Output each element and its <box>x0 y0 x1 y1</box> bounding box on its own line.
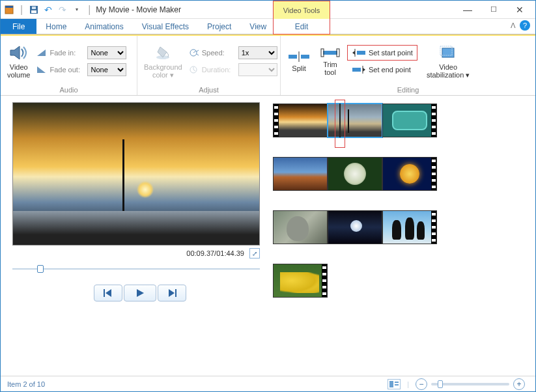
title-bar: | ↶ ↷ ▾ | My Movie - Movie Maker Video T… <box>1 1 535 19</box>
fade-out-label: Fade out: <box>49 66 85 74</box>
fade-out-select[interactable]: None <box>87 63 126 76</box>
clip[interactable] <box>273 104 328 137</box>
tab-view[interactable]: View <box>240 19 275 34</box>
prev-frame-button[interactable] <box>94 285 122 301</box>
clip[interactable] <box>273 210 328 244</box>
contextual-tab-group-label: Video Tools <box>273 1 330 19</box>
group-adjust-label: Adjust <box>137 86 280 95</box>
next-frame-button[interactable] <box>158 285 186 301</box>
svg-rect-4 <box>32 7 36 9</box>
zoom-out-button[interactable]: − <box>416 378 427 390</box>
save-icon[interactable] <box>28 4 40 16</box>
svg-rect-22 <box>357 51 365 55</box>
background-color-button[interactable]: Background color ▾ <box>141 42 185 80</box>
clip-selected[interactable] <box>328 104 382 137</box>
svg-marker-33 <box>169 289 175 297</box>
fade-out-icon <box>36 65 47 74</box>
clip[interactable] <box>328 157 382 191</box>
svg-rect-37 <box>395 384 399 385</box>
group-editing: Split Trim tool Set start point Set end … <box>281 36 535 95</box>
preview-viewport[interactable] <box>12 102 260 245</box>
svg-rect-35 <box>389 381 393 387</box>
duration-icon <box>189 65 199 74</box>
trim-tool-button[interactable]: Trim tool <box>316 45 345 77</box>
tab-animations[interactable]: Animations <box>76 19 132 34</box>
svg-marker-32 <box>137 289 144 297</box>
quick-access-toolbar: | ↶ ↷ ▾ | <box>3 4 93 16</box>
svg-rect-36 <box>395 382 399 383</box>
split-button[interactable]: Split <box>285 49 313 74</box>
clip[interactable] <box>382 210 437 244</box>
status-item-count: Item 2 of 10 <box>7 380 45 388</box>
view-mode-button[interactable] <box>388 379 401 389</box>
close-button[interactable]: ✕ <box>511 3 529 16</box>
duration-label: Duration: <box>202 66 236 74</box>
video-volume-button[interactable]: Video volume <box>5 42 33 80</box>
svg-marker-27 <box>363 68 365 72</box>
clip[interactable] <box>273 157 328 191</box>
tab-project[interactable]: Project <box>198 19 240 34</box>
set-start-point-button[interactable]: Set start point <box>347 45 417 61</box>
ribbon-tabs: File Home Animations Visual Effects Proj… <box>1 19 535 35</box>
seek-bar[interactable] <box>12 264 260 274</box>
svg-marker-31 <box>106 289 111 297</box>
svg-rect-1 <box>5 6 13 8</box>
speaker-icon <box>8 44 29 62</box>
redo-icon[interactable]: ↷ <box>57 4 68 16</box>
collapse-ribbon-icon[interactable]: ᐱ <box>511 21 516 30</box>
playhead[interactable] <box>339 104 341 137</box>
ribbon: Video volume Fade in: None Fade out: Non… <box>1 36 535 96</box>
zoom-slider[interactable] <box>431 383 509 385</box>
group-adjust: Background color ▾ Speed: 1x Duration: A… <box>137 36 281 95</box>
app-icon[interactable] <box>3 4 15 16</box>
fade-in-select[interactable]: None <box>87 46 126 59</box>
timeline-pane[interactable] <box>268 96 535 376</box>
svg-line-10 <box>193 51 196 53</box>
svg-rect-34 <box>175 289 176 297</box>
video-stabilization-button[interactable]: Video stabilization ▾ <box>424 42 473 80</box>
svg-marker-24 <box>352 51 355 55</box>
qat-dropdown-icon[interactable]: ▾ <box>71 4 83 16</box>
svg-rect-3 <box>31 10 36 13</box>
stabilization-icon <box>438 44 458 62</box>
svg-marker-7 <box>37 66 46 73</box>
svg-marker-6 <box>37 49 46 56</box>
svg-line-11 <box>197 50 199 51</box>
split-icon <box>289 50 309 63</box>
help-icon[interactable]: ? <box>520 20 530 31</box>
maximize-button[interactable]: ☐ <box>485 3 503 16</box>
timeline-row <box>273 264 530 298</box>
duration-select <box>238 63 277 76</box>
workspace: 00:09.37/01:44.39 ⤢ <box>1 96 535 376</box>
clip[interactable] <box>273 264 328 298</box>
speed-select[interactable]: 1x <box>238 46 277 59</box>
clip[interactable] <box>328 210 382 244</box>
status-bar: Item 2 of 10 | − + <box>1 376 535 391</box>
preview-time: 00:09.37/01:44.39 <box>186 249 244 257</box>
tab-file[interactable]: File <box>1 19 36 34</box>
window-title: My Movie - Movie Maker <box>96 5 181 14</box>
paint-bucket-icon <box>152 44 173 62</box>
clip[interactable] <box>382 104 437 137</box>
tab-visual-effects[interactable]: Visual Effects <box>133 19 198 34</box>
speed-icon <box>189 48 199 57</box>
minimize-button[interactable]: — <box>458 3 477 16</box>
timeline-row <box>273 157 530 191</box>
clip[interactable] <box>382 157 437 191</box>
undo-icon[interactable]: ↶ <box>42 4 54 16</box>
play-button[interactable] <box>124 285 156 301</box>
tab-edit[interactable]: Edit <box>273 19 330 35</box>
zoom-in-button[interactable]: + <box>513 378 525 390</box>
timeline-row <box>273 104 530 137</box>
fullscreen-icon[interactable]: ⤢ <box>249 248 260 259</box>
timeline-row <box>273 210 530 244</box>
preview-pane: 00:09.37/01:44.39 ⤢ <box>1 96 268 376</box>
trim-icon <box>320 46 341 59</box>
svg-rect-19 <box>323 51 337 55</box>
seek-thumb[interactable] <box>37 265 44 273</box>
group-editing-label: Editing <box>281 86 535 95</box>
svg-rect-30 <box>104 289 105 297</box>
tab-home[interactable]: Home <box>36 19 76 34</box>
set-end-point-button[interactable]: Set end point <box>347 62 417 77</box>
set-end-icon <box>352 65 366 74</box>
